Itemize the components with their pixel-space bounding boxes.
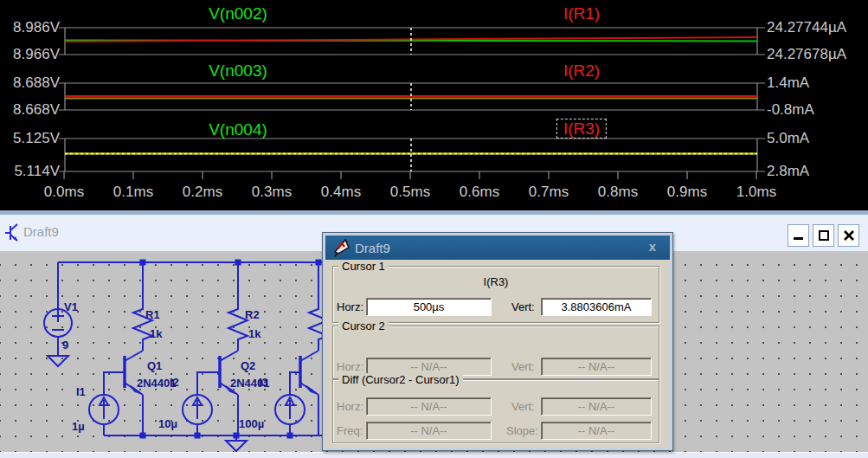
cursor2-legend: Cursor 2 xyxy=(338,319,389,332)
cursor-dialog-titlebar[interactable]: Draft9 x xyxy=(325,235,670,260)
cursor-dialog[interactable]: Draft9 x Cursor 1 I(R3) Horz: Vert: Curs… xyxy=(322,232,673,451)
y-tick-label-right: 1.4mA xyxy=(767,74,809,92)
cursor1-legend: Cursor 1 xyxy=(338,260,389,273)
cursor-dialog-title: Draft9 xyxy=(355,241,390,255)
pane2-voltage-trace-label[interactable]: V(n003) xyxy=(209,61,267,80)
minimize-button[interactable] xyxy=(788,224,809,247)
pane3-voltage-trace-label[interactable]: V(n004) xyxy=(209,120,267,139)
time-tick-label: 0.5ms xyxy=(390,184,430,201)
v1-label[interactable]: V1 xyxy=(64,300,78,313)
y-tick-label-left: 8.688V xyxy=(0,74,60,92)
time-tick-label: 0.9ms xyxy=(667,184,707,201)
diff-freq-value xyxy=(366,422,492,440)
y-tick-label-left: 5.114V xyxy=(0,163,60,180)
y-tick-label-right: -0.8mA xyxy=(767,101,814,119)
diff-vert-value xyxy=(541,397,652,416)
ltspice-app: V(n002) I(R1) V(n003) I(R2) V(n004) I(R3… xyxy=(0,0,868,458)
i3-label[interactable]: I3 xyxy=(259,376,268,389)
time-axis-ticks xyxy=(64,171,756,179)
dialog-close-button[interactable]: x xyxy=(649,239,656,254)
pane3-current-trace-label-selected[interactable]: I(R3) xyxy=(556,119,607,139)
schematic-window-title: Draft9 xyxy=(23,224,59,239)
y-tick-label-right: 24.27678µA xyxy=(767,46,846,63)
diff-horz-value xyxy=(366,397,492,416)
close-button[interactable] xyxy=(838,224,859,247)
wire-junctions xyxy=(140,260,322,439)
r1-value[interactable]: 1k xyxy=(150,327,162,340)
r2-value[interactable]: 1k xyxy=(248,327,260,340)
i1-value[interactable]: 1µ xyxy=(72,420,85,433)
time-tick-label: 0.7ms xyxy=(529,184,569,201)
pane3-grid xyxy=(59,139,765,171)
diff-freq-label: Freq: xyxy=(337,422,363,440)
diff-legend: Diff (Cursor2 - Cursor1) xyxy=(338,373,463,386)
q2-label[interactable]: Q2 xyxy=(241,359,255,372)
q1-label[interactable]: Q1 xyxy=(147,359,162,372)
y-tick-label-left: 8.966V xyxy=(0,46,60,63)
i3-value[interactable]: 100µ xyxy=(239,417,264,430)
diff-vert-label: Vert: xyxy=(511,397,535,416)
diff-horz-label: Horz: xyxy=(337,397,363,416)
waveform-plot-svg xyxy=(0,0,868,210)
time-tick-label: 0.2ms xyxy=(183,184,222,201)
diff-group: Diff (Cursor2 - Cursor1) Horz: Vert: Fre… xyxy=(332,379,659,443)
maximize-button[interactable] xyxy=(813,224,834,247)
pane1-current-trace-label[interactable]: I(R1) xyxy=(563,4,600,23)
y-tick-label-left: 5.125V xyxy=(0,130,60,147)
i2-value[interactable]: 10µ xyxy=(158,417,177,430)
i1-label[interactable]: I1 xyxy=(76,385,86,398)
maximize-icon xyxy=(819,230,829,241)
cursor1-vert-label: Vert: xyxy=(511,298,535,316)
window-bottom-edge xyxy=(0,452,868,458)
schematic-doc-icon xyxy=(4,221,22,248)
pane1-voltage-trace-label[interactable]: V(n002) xyxy=(209,4,267,23)
time-tick-label: 1.0ms xyxy=(736,184,776,201)
cursor2-group: Cursor 2 Horz: Vert: xyxy=(332,326,659,379)
cursor1-expression: I(R3) xyxy=(333,275,659,288)
cursor1-horz-value[interactable] xyxy=(366,298,492,316)
time-tick-label: 0.6ms xyxy=(460,184,499,201)
time-tick-label: 0.3ms xyxy=(252,184,292,201)
minimize-icon xyxy=(794,237,803,240)
pane2-current-trace-label[interactable]: I(R2) xyxy=(563,61,600,80)
r2-label[interactable]: R2 xyxy=(245,308,260,321)
v1-value[interactable]: 9 xyxy=(62,339,68,352)
close-icon xyxy=(844,230,854,241)
time-tick-label: 0.0ms xyxy=(44,184,84,201)
diff-slope-value xyxy=(541,422,652,440)
y-tick-label-right: 2.8mA xyxy=(767,163,809,180)
time-tick-label: 0.1ms xyxy=(113,184,153,201)
y-tick-label-right: 5.0mA xyxy=(767,130,809,147)
ltspice-flag-icon xyxy=(331,238,352,262)
y-tick-label-right: 24.27744µA xyxy=(767,19,846,36)
cursor1-horz-label: Horz: xyxy=(337,298,363,316)
cursor1-vert-value[interactable] xyxy=(541,298,652,316)
cursor1-group: Cursor 1 I(R3) Horz: Vert: xyxy=(332,266,659,323)
window-controls xyxy=(788,224,859,247)
y-tick-label-left: 8.668V xyxy=(0,101,60,119)
i2-label[interactable]: I2 xyxy=(170,376,179,389)
cursor2-vert-label: Vert: xyxy=(511,358,535,376)
time-tick-label: 0.8ms xyxy=(598,184,638,201)
time-tick-label: 0.4ms xyxy=(321,184,361,201)
cursor2-vert-value xyxy=(541,358,652,376)
diff-slope-label: Slope: xyxy=(506,422,538,440)
r1-label[interactable]: R1 xyxy=(145,308,160,321)
cursor-dialog-body: Cursor 1 I(R3) Horz: Vert: Cursor 2 Horz… xyxy=(325,260,670,448)
waveform-viewer[interactable]: V(n002) I(R1) V(n003) I(R2) V(n004) I(R3… xyxy=(0,0,868,210)
y-tick-label-left: 8.986V xyxy=(0,19,60,36)
